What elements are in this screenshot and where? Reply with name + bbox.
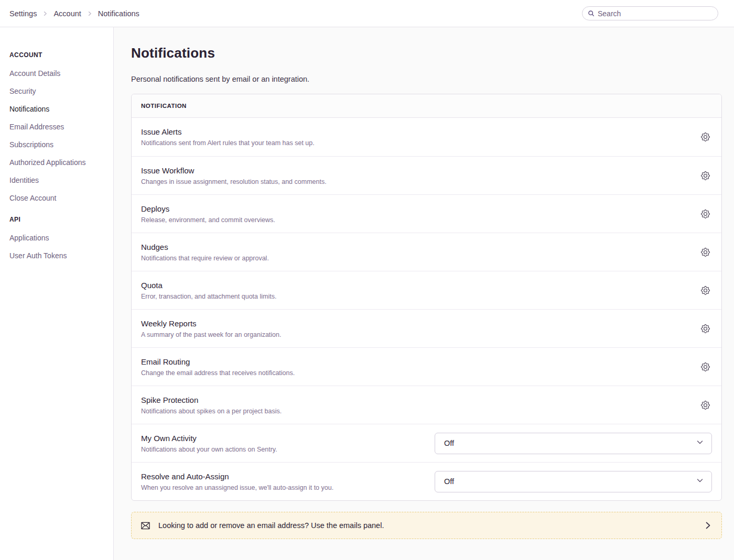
notifications-panel: NOTIFICATION Issue AlertsNotifications s… [131,94,722,501]
settings-gear-button-weekly-reports[interactable] [699,322,712,335]
sidebar-section-heading: API [9,216,108,223]
row-text: QuotaError, transaction, and attachment … [141,281,699,300]
gear-icon [701,212,710,220]
breadcrumb-separator-icon [42,10,48,17]
breadcrumb-notifications[interactable]: Notifications [98,9,139,18]
sidebar-item-applications[interactable]: Applications [9,234,108,242]
row-text: Issue WorkflowChanges in issue assignmen… [141,166,699,185]
settings-sidebar: ACCOUNTAccount DetailsSecurityNotificati… [0,27,114,560]
settings-gear-button-nudges[interactable] [699,246,712,259]
notification-row-issue-alerts: Issue AlertsNotifications sent from Aler… [132,118,721,156]
gear-icon [701,403,710,411]
row-text: Resolve and Auto-AssignWhen you resolve … [141,472,435,491]
sidebar-section-heading: ACCOUNT [9,51,108,59]
row-description: Notifications about your own actions on … [141,446,424,453]
notification-row-spike-protection: Spike ProtectionNotifications about spik… [132,386,721,424]
page-title: Notifications [131,45,722,61]
notification-row-deploys: DeploysRelease, environment, and commit … [132,194,721,233]
search-box[interactable] [582,6,718,20]
emails-panel-link[interactable]: Looking to add or remove an email addres… [131,512,722,539]
settings-gear-button-issue-workflow[interactable] [699,169,712,182]
notification-row-quota: QuotaError, transaction, and attachment … [132,271,721,309]
row-description: When you resolve an unassigned issue, we… [141,484,424,491]
select-resolve-and-auto-assign[interactable]: Off [435,471,712,492]
row-description: Notifications that require review or app… [141,255,688,262]
sidebar-item-notifications[interactable]: Notifications [9,105,108,113]
breadcrumb: Settings Account Notifications [9,9,139,18]
select-value: Off [444,477,454,486]
breadcrumb-separator-icon [87,10,93,17]
page-subtitle: Personal notifications sent by email or … [131,75,722,83]
sidebar-item-close-account[interactable]: Close Account [9,194,108,202]
select-value: Off [444,439,454,447]
row-title: Nudges [141,243,688,251]
main-content: Notifications Personal notifications sen… [114,27,734,560]
panel-rows: Issue AlertsNotifications sent from Aler… [132,118,721,500]
row-title: My Own Activity [141,434,424,443]
row-title: Issue Workflow [141,166,688,175]
row-title: Email Routing [141,357,688,366]
row-text: NudgesNotifications that require review … [141,243,699,262]
row-text: Spike ProtectionNotifications about spik… [141,396,699,415]
row-description: Changes in issue assignment, resolution … [141,178,688,185]
row-title: Deploys [141,204,688,213]
settings-gear-button-email-routing[interactable] [699,360,712,374]
row-description: Error, transaction, and attachment quota… [141,293,688,300]
row-description: Change the email address that receives n… [141,369,688,377]
search-input[interactable] [598,9,713,18]
row-title: Resolve and Auto-Assign [141,472,424,481]
breadcrumb-settings[interactable]: Settings [9,9,37,18]
notification-row-nudges: NudgesNotifications that require review … [132,233,721,271]
search-icon [588,10,595,17]
sidebar-item-subscriptions[interactable]: Subscriptions [9,140,108,149]
row-title: Quota [141,281,688,290]
row-description: A summary of the past week for an organi… [141,331,688,338]
notification-row-email-routing: Email RoutingChange the email address th… [132,347,721,386]
settings-gear-button-spike-protection[interactable] [699,399,712,412]
row-text: Weekly ReportsA summary of the past week… [141,319,699,338]
select-my-own-activity[interactable]: Off [435,433,712,454]
row-title: Spike Protection [141,396,688,404]
chevron-down-icon [696,476,704,487]
notification-row-issue-workflow: Issue WorkflowChanges in issue assignmen… [132,156,721,194]
sidebar-item-user-auth-tokens[interactable]: User Auth Tokens [9,251,108,260]
settings-gear-button-deploys[interactable] [699,207,712,221]
row-text: DeploysRelease, environment, and commit … [141,204,699,224]
notification-row-my-own-activity: My Own ActivityNotifications about your … [132,424,721,462]
row-text: Issue AlertsNotifications sent from Aler… [141,127,699,147]
row-title: Weekly Reports [141,319,688,328]
settings-gear-button-issue-alerts[interactable] [699,130,712,144]
sidebar-item-email-addresses[interactable]: Email Addresses [9,123,108,131]
gear-icon [701,174,710,182]
top-bar: Settings Account Notifications [0,0,734,27]
notification-row-resolve-and-auto-assign: Resolve and Auto-AssignWhen you resolve … [132,462,721,500]
row-description: Notifications sent from Alert rules that… [141,139,688,147]
row-title: Issue Alerts [141,127,688,136]
mail-icon [141,522,150,530]
row-description: Notifications about spikes on a per proj… [141,408,688,415]
gear-icon [701,289,710,297]
sidebar-item-authorized-applications[interactable]: Authorized Applications [9,158,108,167]
notification-row-weekly-reports: Weekly ReportsA summary of the past week… [132,309,721,347]
gear-icon [701,135,710,143]
sidebar-item-account-details[interactable]: Account Details [9,69,108,78]
gear-icon [701,365,710,373]
row-description: Release, environment, and commit overvie… [141,216,688,224]
chevron-down-icon [696,438,704,448]
row-text: Email RoutingChange the email address th… [141,357,699,377]
emails-panel-link-text: Looking to add or remove an email addres… [158,521,704,530]
gear-icon [701,250,710,258]
sidebar-item-identities[interactable]: Identities [9,176,108,184]
settings-gear-button-quota[interactable] [699,284,712,297]
gear-icon [701,327,710,335]
chevron-right-icon [704,521,712,530]
breadcrumb-account[interactable]: Account [53,9,81,18]
panel-header: NOTIFICATION [132,94,721,118]
sidebar-item-security[interactable]: Security [9,87,108,95]
row-text: My Own ActivityNotifications about your … [141,434,435,453]
